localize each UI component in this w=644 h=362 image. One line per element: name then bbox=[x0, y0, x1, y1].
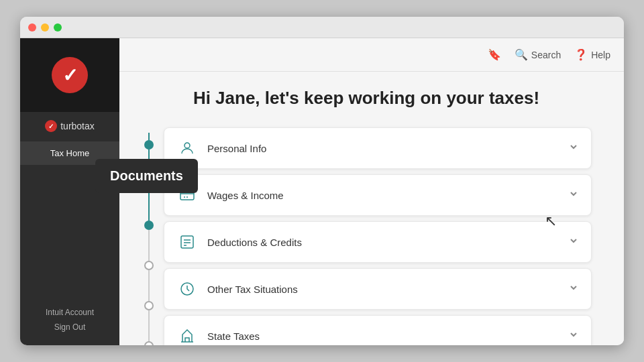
card-left: Other Tax Situations bbox=[176, 278, 298, 300]
main-content: 🔖 🔍 Search ❓ Help Hi Jane, let's keep wo… bbox=[119, 38, 624, 345]
section-list: Personal InfoWages & IncomeDeductions & … bbox=[164, 127, 592, 345]
state-taxes-icon bbox=[176, 325, 198, 345]
turbotax-brand: ✓ turbotax bbox=[45, 112, 95, 136]
sidebar-bottom: Intuit Account Sign Out bbox=[20, 294, 119, 345]
help-icon: ❓ bbox=[574, 48, 588, 61]
sign-out-link[interactable]: Sign Out bbox=[31, 320, 109, 335]
wages-income-title: Wages & Income bbox=[207, 190, 284, 201]
other-tax-situations-title: Other Tax Situations bbox=[207, 284, 298, 295]
title-bar bbox=[20, 17, 624, 38]
deductions-credits-chevron-icon bbox=[568, 235, 579, 249]
section-card-wages-income[interactable]: Wages & Income bbox=[164, 174, 592, 216]
timeline-container: Personal InfoWages & IncomeDeductions & … bbox=[141, 127, 592, 345]
wages-income-icon bbox=[176, 184, 198, 206]
timeline-line bbox=[141, 127, 157, 345]
section-card-deductions-credits[interactable]: Deductions & Credits bbox=[164, 221, 592, 263]
search-label: Search bbox=[531, 50, 561, 60]
svg-point-6 bbox=[145, 302, 153, 310]
card-left: Deductions & Credits bbox=[176, 231, 302, 253]
sidebar-nav: Tax Home bbox=[20, 141, 119, 165]
state-taxes-title: State Taxes bbox=[207, 330, 260, 342]
deductions-credits-title: Deductions & Credits bbox=[207, 237, 302, 248]
sidebar-logo: ✓ bbox=[20, 38, 119, 112]
section-card-state-taxes[interactable]: State Taxes bbox=[164, 315, 592, 345]
content-area: Hi Jane, let's keep working on your taxe… bbox=[119, 72, 624, 345]
sidebar-item-tax-home[interactable]: Tax Home bbox=[20, 141, 119, 165]
top-bar: 🔖 🔍 Search ❓ Help bbox=[119, 38, 624, 72]
svg-point-5 bbox=[145, 261, 153, 269]
close-dot[interactable] bbox=[28, 23, 36, 32]
turbotax-label: turbotax bbox=[60, 121, 95, 131]
wages-income-chevron-icon bbox=[568, 188, 579, 202]
card-left: Personal Info bbox=[176, 137, 266, 159]
search-icon: 🔍 bbox=[515, 48, 528, 61]
search-action[interactable]: 🔍 Search bbox=[515, 48, 561, 61]
greeting-text: Hi Jane, let's keep working on your taxe… bbox=[141, 88, 592, 109]
card-left: State Taxes bbox=[176, 325, 260, 345]
card-left: Wages & Income bbox=[176, 184, 284, 206]
personal-info-title: Personal Info bbox=[207, 143, 266, 154]
section-card-personal-info[interactable]: Personal Info bbox=[164, 127, 592, 169]
sidebar: ✓ ✓ turbotax Tax Home Intuit Account Sig… bbox=[20, 38, 119, 345]
svg-point-4 bbox=[145, 221, 153, 229]
bookmark-action[interactable]: 🔖 bbox=[488, 48, 501, 61]
svg-rect-13 bbox=[181, 236, 193, 248]
intuit-account-link[interactable]: Intuit Account bbox=[31, 305, 109, 320]
other-tax-situations-chevron-icon bbox=[568, 282, 579, 296]
app-body: ✓ ✓ turbotax Tax Home Intuit Account Sig… bbox=[20, 38, 624, 345]
svg-point-2 bbox=[145, 141, 153, 149]
app-window: ✓ ✓ turbotax Tax Home Intuit Account Sig… bbox=[20, 17, 624, 345]
svg-point-7 bbox=[145, 342, 153, 345]
turbotax-icon: ✓ bbox=[45, 120, 57, 132]
other-tax-situations-icon bbox=[176, 278, 198, 300]
help-action[interactable]: ❓ Help bbox=[574, 48, 610, 61]
bookmark-icon: 🔖 bbox=[488, 48, 501, 61]
minimize-dot[interactable] bbox=[41, 23, 49, 32]
personal-info-icon bbox=[176, 137, 198, 159]
section-card-other-tax-situations[interactable]: Other Tax Situations bbox=[164, 268, 592, 310]
svg-point-3 bbox=[145, 181, 153, 189]
maximize-dot[interactable] bbox=[54, 23, 62, 32]
deductions-credits-icon bbox=[176, 231, 198, 253]
state-taxes-chevron-icon bbox=[568, 329, 579, 343]
svg-rect-9 bbox=[180, 190, 194, 200]
logo-checkmark: ✓ bbox=[62, 64, 78, 86]
personal-info-chevron-icon bbox=[568, 141, 579, 155]
svg-point-8 bbox=[184, 143, 190, 148]
help-label: Help bbox=[591, 50, 610, 60]
logo-circle: ✓ bbox=[52, 57, 88, 93]
